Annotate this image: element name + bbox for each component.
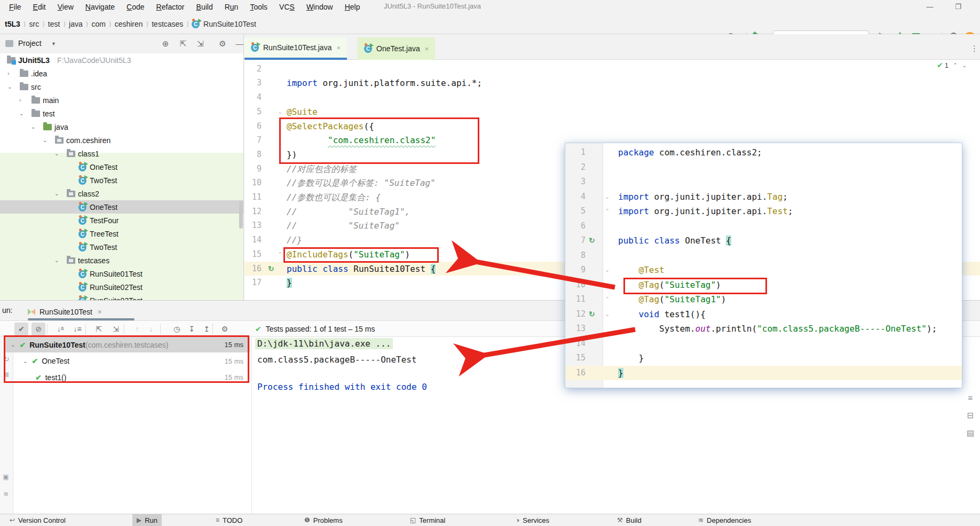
fold-marker-icon[interactable]: ⌄: [605, 263, 610, 277]
fold-marker-icon[interactable]: ⌄: [278, 105, 282, 119]
expand-all-icon[interactable]: ⇱: [176, 37, 190, 51]
statusbar-item-version-control[interactable]: ↩Version Control: [5, 514, 70, 526]
breadcrumb-item[interactable]: RunSuite10Test: [202, 20, 258, 28]
structure-icon[interactable]: ≋: [1, 489, 11, 499]
sidebar-item-src[interactable]: ⌄src: [0, 80, 244, 93]
menu-vcs[interactable]: VCS: [273, 3, 301, 11]
sidebar-item-runsuite01test[interactable]: CRunSuite01Test: [0, 267, 244, 280]
menu-code[interactable]: Code: [121, 3, 150, 11]
run-gutter-icon[interactable]: ↻: [268, 262, 274, 276]
floating-editor-preview[interactable]: 1package com.ceshiren.class2;234⌄import …: [565, 143, 962, 388]
statusbar-item-terminal[interactable]: ◱Terminal: [406, 514, 449, 526]
fold-marker-icon[interactable]: ⌄: [605, 307, 610, 321]
sidebar-item-onetest[interactable]: COneTest: [0, 160, 244, 174]
project-scrollbar[interactable]: [239, 201, 243, 229]
todo-icon: ≡: [216, 516, 219, 524]
sidebar-item-testfour[interactable]: CTestFour: [0, 214, 244, 227]
fold-marker-icon[interactable]: ⌃: [605, 292, 610, 307]
chevron-down-icon[interactable]: ⌄: [54, 257, 59, 263]
menu-navigate[interactable]: Navigate: [80, 3, 121, 11]
project-panel-title[interactable]: Project: [18, 39, 42, 48]
sidebar-item-.idea[interactable]: ›.idea: [0, 67, 244, 80]
package-icon: [55, 137, 64, 144]
menu-run[interactable]: Run: [219, 3, 244, 11]
navigation-bar: t5L3⟩src⟩test⟩java⟩com⟩ceshiren⟩testcase…: [0, 14, 980, 34]
sidebar-item-junit5l3[interactable]: JUnit5L3 F:\JavaCode\JUnit5L3: [0, 53, 244, 67]
breadcrumb-item[interactable]: testcases: [150, 20, 185, 28]
tab-overflow-icon[interactable]: ⋮: [970, 44, 979, 53]
chevron-down-icon[interactable]: ⌄: [54, 151, 59, 156]
line-number: 13: [244, 218, 262, 233]
next-inspection-icon[interactable]: ⌄: [962, 62, 967, 69]
favorites-icon[interactable]: ▣: [1, 472, 11, 482]
locate-icon[interactable]: ⊕: [159, 37, 172, 51]
chevron-right-icon[interactable]: ›: [19, 97, 21, 103]
inspection-widget[interactable]: ✔ 1 ⌃ ⌄: [937, 61, 967, 69]
statusbar-item-todo[interactable]: ≡TODO: [211, 514, 247, 526]
hide-panel-icon[interactable]: —: [233, 37, 244, 51]
sidebar-item-twotest[interactable]: CTwoTest: [0, 174, 244, 187]
fold-marker-icon[interactable]: ⌃: [278, 247, 282, 262]
sidebar-item-treetest[interactable]: CTreeTest: [0, 227, 244, 240]
breadcrumb-item[interactable]: t5L3: [3, 20, 22, 28]
chevron-right-icon[interactable]: ›: [7, 70, 9, 76]
statusbar-label: Run: [145, 516, 157, 524]
menu-file[interactable]: File: [3, 3, 27, 11]
statusbar-item-dependencies[interactable]: ≋Dependencies: [694, 514, 755, 526]
statusbar-item-services[interactable]: ◑Services: [511, 514, 554, 526]
fold-marker-icon[interactable]: ⌃: [605, 204, 610, 218]
menu-edit[interactable]: Edit: [27, 3, 52, 11]
settings-icon[interactable]: ⚙: [216, 37, 230, 51]
breadcrumb-item[interactable]: test: [46, 20, 62, 28]
statusbar-item-problems[interactable]: ❶Problems: [300, 514, 347, 526]
folder-icon: [20, 70, 28, 77]
breadcrumb-item[interactable]: ceshiren: [113, 20, 145, 28]
run-gutter-icon[interactable]: ↻: [589, 307, 595, 321]
tab-onetest[interactable]: C OneTest.java ×: [358, 37, 435, 60]
sidebar-item-testcases[interactable]: ⌄testcases: [0, 254, 244, 267]
sidebar-item-runsuite02test[interactable]: CRunSuite02Test: [0, 280, 244, 294]
sidebar-item-com.ceshiren[interactable]: ⌄com.ceshiren: [0, 134, 244, 147]
sidebar-item-java[interactable]: ⌄java: [0, 120, 244, 134]
clear-icon[interactable]: ▤: [964, 427, 977, 439]
minimize-button[interactable]: —: [921, 1, 939, 13]
prev-inspection-icon[interactable]: ⌃: [953, 62, 958, 69]
breadcrumb-item[interactable]: com: [90, 20, 107, 28]
chevron-down-icon[interactable]: ⌄: [19, 111, 23, 116]
run-gutter-icon[interactable]: ↻: [589, 233, 595, 248]
menu-refactor[interactable]: Refactor: [151, 3, 191, 11]
sidebar-item-main[interactable]: ›main: [0, 93, 244, 107]
restore-button[interactable]: ❐: [949, 1, 967, 13]
chevron-down-icon[interactable]: ⌄: [7, 84, 12, 90]
project-view-dropdown-icon[interactable]: ▼: [51, 41, 56, 46]
sidebar-item-runsuite03test[interactable]: CRunSuite03Test: [0, 294, 244, 300]
fold-marker-icon[interactable]: ⌄: [605, 190, 610, 204]
tab-runsuite10test[interactable]: C RunSuite10Test.java ×: [244, 37, 347, 60]
collapse-all-icon[interactable]: ⇲: [193, 37, 207, 51]
statusbar-item-build[interactable]: ⚒Build: [613, 514, 646, 526]
chevron-down-icon[interactable]: ⌄: [31, 124, 35, 130]
restore-layout-icon[interactable]: ≡: [964, 391, 977, 404]
menu-tools[interactable]: Tools: [244, 3, 273, 11]
code-line: }: [287, 276, 292, 290]
breadcrumb-item[interactable]: src: [27, 20, 41, 28]
tree-item-label: test: [43, 109, 55, 118]
test-class-icon: C: [364, 44, 373, 53]
sidebar-item-class2[interactable]: ⌄class2: [0, 187, 244, 200]
menu-view[interactable]: View: [52, 3, 80, 11]
sidebar-item-test[interactable]: ⌄test: [0, 107, 244, 120]
chevron-down-icon[interactable]: ⌄: [54, 191, 59, 197]
menu-build[interactable]: Build: [191, 3, 219, 11]
statusbar-label: Problems: [313, 516, 343, 524]
print-icon[interactable]: ⊟: [964, 409, 977, 422]
line-number: 14: [244, 233, 262, 247]
close-tab-icon[interactable]: ×: [336, 44, 341, 52]
sidebar-item-twotest[interactable]: CTwoTest: [0, 240, 244, 254]
sidebar-item-class1[interactable]: ⌄class1: [0, 147, 244, 160]
chevron-down-icon[interactable]: ⌄: [43, 137, 47, 143]
statusbar-item-run[interactable]: ▶Run: [132, 514, 162, 526]
breadcrumb-item[interactable]: java: [67, 20, 84, 28]
sidebar-item-onetest[interactable]: COneTest: [0, 200, 244, 214]
console-line: D:\jdk-11\bin\java.exe ...: [255, 338, 393, 349]
close-tab-icon[interactable]: ×: [425, 45, 429, 53]
